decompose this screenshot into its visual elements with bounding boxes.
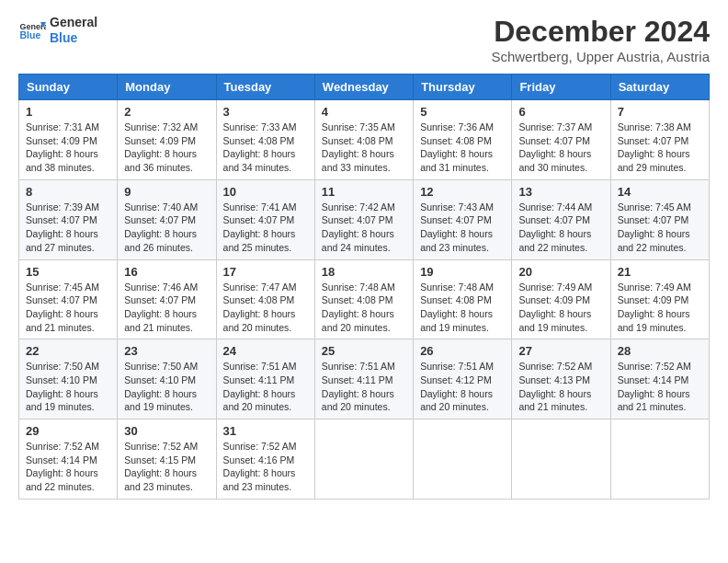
- day-info: Sunrise: 7:44 AMSunset: 4:07 PMDaylight:…: [518, 201, 603, 255]
- day-info: Sunrise: 7:42 AMSunset: 4:07 PMDaylight:…: [322, 201, 406, 255]
- day-number: 18: [322, 265, 406, 279]
- calendar-cell: 12Sunrise: 7:43 AMSunset: 4:07 PMDayligh…: [414, 179, 512, 259]
- day-info: Sunrise: 7:52 AMSunset: 4:13 PMDaylight:…: [518, 360, 603, 414]
- calendar-cell: 22Sunrise: 7:50 AMSunset: 4:10 PMDayligh…: [19, 339, 118, 419]
- day-number: 8: [26, 185, 110, 199]
- calendar-cell: 21Sunrise: 7:49 AMSunset: 4:09 PMDayligh…: [610, 259, 709, 339]
- day-info: Sunrise: 7:52 AMSunset: 4:15 PMDaylight:…: [124, 440, 209, 494]
- day-number: 26: [420, 344, 505, 358]
- day-info: Sunrise: 7:45 AMSunset: 4:07 PMDaylight:…: [26, 281, 110, 335]
- calendar-cell: 11Sunrise: 7:42 AMSunset: 4:07 PMDayligh…: [314, 179, 413, 259]
- day-header-sunday: Sunday: [19, 75, 118, 100]
- day-number: 21: [618, 265, 702, 279]
- calendar-cell: 27Sunrise: 7:52 AMSunset: 4:13 PMDayligh…: [512, 339, 610, 419]
- day-number: 24: [223, 344, 308, 358]
- calendar-cell: 26Sunrise: 7:51 AMSunset: 4:12 PMDayligh…: [414, 339, 512, 419]
- calendar-cell: 19Sunrise: 7:48 AMSunset: 4:08 PMDayligh…: [414, 259, 512, 339]
- calendar-cell: 1Sunrise: 7:31 AMSunset: 4:09 PMDaylight…: [19, 100, 118, 180]
- logo: General Blue General Blue: [18, 15, 97, 46]
- calendar-cell: 25Sunrise: 7:51 AMSunset: 4:11 PMDayligh…: [314, 339, 413, 419]
- day-header-saturday: Saturday: [610, 75, 709, 100]
- calendar-cell: 7Sunrise: 7:38 AMSunset: 4:07 PMDaylight…: [610, 100, 709, 180]
- day-info: Sunrise: 7:33 AMSunset: 4:08 PMDaylight:…: [223, 121, 308, 175]
- week-row: 15Sunrise: 7:45 AMSunset: 4:07 PMDayligh…: [19, 259, 710, 339]
- calendar-cell: [610, 419, 709, 500]
- calendar-cell: 3Sunrise: 7:33 AMSunset: 4:08 PMDaylight…: [216, 100, 314, 180]
- day-number: 10: [223, 185, 308, 199]
- calendar-cell: 14Sunrise: 7:45 AMSunset: 4:07 PMDayligh…: [610, 179, 709, 259]
- location: Schwertberg, Upper Austria, Austria: [491, 49, 710, 64]
- day-number: 19: [420, 265, 505, 279]
- day-info: Sunrise: 7:51 AMSunset: 4:12 PMDaylight:…: [420, 360, 505, 414]
- day-number: 9: [124, 185, 209, 199]
- day-info: Sunrise: 7:35 AMSunset: 4:08 PMDaylight:…: [322, 121, 406, 175]
- day-number: 7: [618, 105, 702, 119]
- calendar-cell: 23Sunrise: 7:50 AMSunset: 4:10 PMDayligh…: [118, 339, 216, 419]
- day-info: Sunrise: 7:41 AMSunset: 4:07 PMDaylight:…: [223, 201, 308, 255]
- calendar-cell: 30Sunrise: 7:52 AMSunset: 4:15 PMDayligh…: [118, 419, 216, 500]
- title-block: December 2024 Schwertberg, Upper Austria…: [491, 15, 710, 64]
- day-info: Sunrise: 7:51 AMSunset: 4:11 PMDaylight:…: [322, 360, 406, 414]
- day-number: 4: [322, 105, 406, 119]
- day-number: 31: [223, 424, 308, 438]
- day-header-tuesday: Tuesday: [216, 75, 314, 100]
- day-header-wednesday: Wednesday: [314, 75, 413, 100]
- calendar-cell: [414, 419, 512, 500]
- calendar-cell: 10Sunrise: 7:41 AMSunset: 4:07 PMDayligh…: [216, 179, 314, 259]
- logo-general: General: [50, 15, 97, 30]
- logo-blue: Blue: [50, 30, 97, 46]
- day-number: 12: [420, 185, 505, 199]
- day-info: Sunrise: 7:48 AMSunset: 4:08 PMDaylight:…: [420, 281, 505, 335]
- calendar-cell: 4Sunrise: 7:35 AMSunset: 4:08 PMDaylight…: [314, 100, 413, 180]
- day-info: Sunrise: 7:37 AMSunset: 4:07 PMDaylight:…: [518, 121, 603, 175]
- day-info: Sunrise: 7:52 AMSunset: 4:14 PMDaylight:…: [26, 440, 110, 494]
- calendar-cell: 9Sunrise: 7:40 AMSunset: 4:07 PMDaylight…: [118, 179, 216, 259]
- day-number: 17: [223, 265, 308, 279]
- day-number: 16: [124, 265, 209, 279]
- calendar-cell: 5Sunrise: 7:36 AMSunset: 4:08 PMDaylight…: [414, 100, 512, 180]
- logo-icon: General Blue: [18, 17, 46, 44]
- day-header-monday: Monday: [118, 75, 216, 100]
- day-info: Sunrise: 7:36 AMSunset: 4:08 PMDaylight:…: [420, 121, 505, 175]
- day-number: 2: [124, 105, 209, 119]
- day-number: 13: [518, 185, 603, 199]
- day-number: 30: [124, 424, 209, 438]
- day-info: Sunrise: 7:50 AMSunset: 4:10 PMDaylight:…: [26, 360, 110, 414]
- day-info: Sunrise: 7:49 AMSunset: 4:09 PMDaylight:…: [518, 281, 603, 335]
- day-number: 15: [26, 265, 110, 279]
- day-number: 20: [518, 265, 603, 279]
- calendar-cell: 18Sunrise: 7:48 AMSunset: 4:08 PMDayligh…: [314, 259, 413, 339]
- day-number: 28: [618, 344, 702, 358]
- week-row: 22Sunrise: 7:50 AMSunset: 4:10 PMDayligh…: [19, 339, 710, 419]
- week-row: 1Sunrise: 7:31 AMSunset: 4:09 PMDaylight…: [19, 100, 710, 180]
- calendar-cell: 17Sunrise: 7:47 AMSunset: 4:08 PMDayligh…: [216, 259, 314, 339]
- day-number: 11: [322, 185, 406, 199]
- day-header-friday: Friday: [512, 75, 610, 100]
- month-title: December 2024: [491, 15, 710, 49]
- calendar-cell: 6Sunrise: 7:37 AMSunset: 4:07 PMDaylight…: [512, 100, 610, 180]
- day-info: Sunrise: 7:46 AMSunset: 4:07 PMDaylight:…: [124, 281, 209, 335]
- day-number: 5: [420, 105, 505, 119]
- day-info: Sunrise: 7:47 AMSunset: 4:08 PMDaylight:…: [223, 281, 308, 335]
- calendar-cell: 24Sunrise: 7:51 AMSunset: 4:11 PMDayligh…: [216, 339, 314, 419]
- day-info: Sunrise: 7:32 AMSunset: 4:09 PMDaylight:…: [124, 121, 209, 175]
- calendar-cell: 16Sunrise: 7:46 AMSunset: 4:07 PMDayligh…: [118, 259, 216, 339]
- day-info: Sunrise: 7:31 AMSunset: 4:09 PMDaylight:…: [26, 121, 110, 175]
- day-info: Sunrise: 7:48 AMSunset: 4:08 PMDaylight:…: [322, 281, 406, 335]
- day-info: Sunrise: 7:40 AMSunset: 4:07 PMDaylight:…: [124, 201, 209, 255]
- calendar-cell: 29Sunrise: 7:52 AMSunset: 4:14 PMDayligh…: [19, 419, 118, 500]
- week-row: 29Sunrise: 7:52 AMSunset: 4:14 PMDayligh…: [19, 419, 710, 500]
- calendar-cell: 20Sunrise: 7:49 AMSunset: 4:09 PMDayligh…: [512, 259, 610, 339]
- week-row: 8Sunrise: 7:39 AMSunset: 4:07 PMDaylight…: [19, 179, 710, 259]
- calendar-cell: 13Sunrise: 7:44 AMSunset: 4:07 PMDayligh…: [512, 179, 610, 259]
- day-header-thursday: Thursday: [414, 75, 512, 100]
- day-number: 3: [223, 105, 308, 119]
- calendar-table: SundayMondayTuesdayWednesdayThursdayFrid…: [18, 74, 710, 500]
- calendar-cell: [512, 419, 610, 500]
- day-info: Sunrise: 7:52 AMSunset: 4:16 PMDaylight:…: [223, 440, 308, 494]
- calendar-cell: 8Sunrise: 7:39 AMSunset: 4:07 PMDaylight…: [19, 179, 118, 259]
- day-number: 6: [518, 105, 603, 119]
- day-info: Sunrise: 7:52 AMSunset: 4:14 PMDaylight:…: [618, 360, 702, 414]
- day-info: Sunrise: 7:49 AMSunset: 4:09 PMDaylight:…: [618, 281, 702, 335]
- calendar-cell: 31Sunrise: 7:52 AMSunset: 4:16 PMDayligh…: [216, 419, 314, 500]
